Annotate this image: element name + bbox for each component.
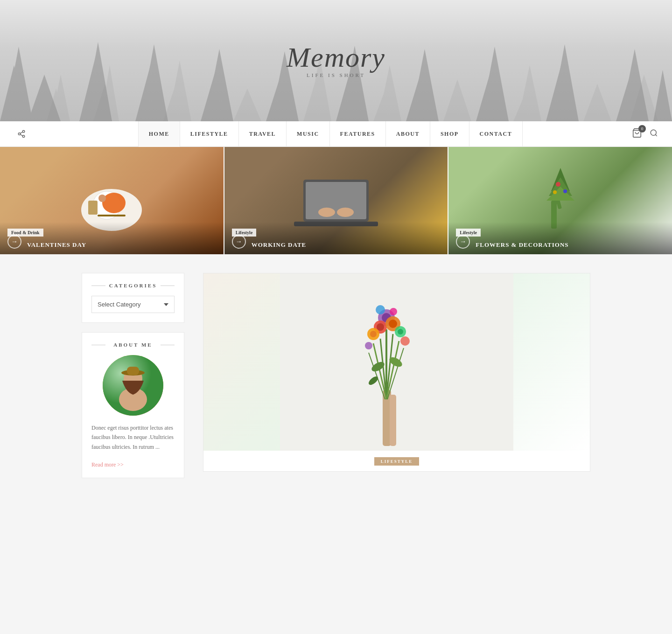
- featured-title-2: WORKING DATE: [252, 241, 307, 249]
- svg-point-93: [377, 323, 384, 331]
- featured-item-2[interactable]: Lifestyle → WORKING DATE: [224, 147, 449, 254]
- hero-section: Memory LIFE IS SHORT: [0, 0, 672, 121]
- svg-marker-34: [551, 44, 579, 121]
- svg-marker-6: [233, 89, 261, 121]
- svg-rect-59: [330, 209, 333, 216]
- navbar: HOME LIFESTYLE TRAVEL MUSIC FEATURES ABO…: [0, 121, 672, 147]
- svg-point-39: [18, 133, 21, 135]
- featured-arrow-2[interactable]: →: [232, 235, 246, 249]
- svg-marker-14: [583, 84, 611, 121]
- nav-link-lifestyle[interactable]: LIFESTYLE: [180, 121, 239, 147]
- svg-point-102: [376, 305, 385, 314]
- share-icon[interactable]: [14, 126, 29, 141]
- svg-line-41: [20, 134, 22, 136]
- nav-link-features[interactable]: FEATURES: [330, 121, 386, 147]
- svg-point-68: [556, 182, 560, 187]
- svg-point-70: [553, 190, 557, 194]
- category-select[interactable]: Select Category Food & Drink Lifestyle T…: [91, 296, 175, 313]
- avatar: [103, 355, 163, 416]
- nav-link-contact[interactable]: CONTACT: [469, 121, 523, 147]
- site-logo: Memory LIFE IS SHORT: [287, 43, 385, 78]
- svg-rect-51: [98, 215, 126, 216]
- navbar-left: [14, 126, 29, 141]
- svg-point-95: [389, 320, 397, 328]
- svg-rect-49: [88, 201, 98, 215]
- svg-point-48: [102, 193, 126, 213]
- featured-title-1: VALENTINES DAY: [27, 241, 86, 249]
- svg-point-97: [370, 331, 377, 337]
- svg-marker-22: [140, 44, 168, 121]
- nav-link-shop[interactable]: SHOP: [430, 121, 469, 147]
- post-category-badge: LIFESTYLE: [203, 451, 590, 471]
- svg-point-44: [651, 130, 656, 135]
- svg-marker-32: [481, 47, 509, 121]
- nav-item-home[interactable]: HOME: [138, 121, 180, 147]
- svg-point-103: [390, 308, 397, 315]
- featured-post: LIFESTYLE: [203, 273, 590, 472]
- featured-title-3: FLOWERS & DECORATIONS: [476, 241, 568, 249]
- svg-line-45: [655, 134, 657, 136]
- nav-item-features[interactable]: FEATURES: [330, 121, 386, 147]
- navbar-right: 0: [632, 128, 658, 140]
- featured-strip: Food & Drink → VALENTINES DAY: [0, 147, 672, 254]
- about-title: ABOUT ME: [91, 342, 175, 348]
- nav-item-shop[interactable]: SHOP: [430, 121, 469, 147]
- nav-link-home[interactable]: HOME: [138, 121, 180, 147]
- svg-rect-62: [349, 210, 352, 216]
- nav-item-contact[interactable]: CONTACT: [469, 121, 523, 147]
- svg-point-38: [22, 131, 25, 133]
- svg-point-101: [365, 342, 372, 349]
- featured-item-1[interactable]: Food & Drink → VALENTINES DAY: [0, 147, 224, 254]
- cart-badge: 0: [638, 125, 646, 132]
- featured-overlay-2: Lifestyle → WORKING DATE: [224, 222, 448, 254]
- featured-arrow-3[interactable]: →: [456, 235, 470, 249]
- svg-rect-58: [326, 209, 329, 216]
- search-icon[interactable]: [650, 129, 658, 139]
- svg-marker-24: [205, 49, 233, 121]
- nav-item-music[interactable]: MUSIC: [287, 121, 330, 147]
- about-widget: ABOUT ME: [82, 332, 184, 478]
- svg-rect-60: [340, 209, 343, 216]
- featured-overlay-1: Food & Drink → VALENTINES DAY: [0, 222, 224, 254]
- categories-widget: CATEGORIES Select Category Food & Drink …: [82, 273, 184, 323]
- svg-marker-11: [443, 79, 471, 121]
- blog-main: LIFESTYLE: [203, 273, 590, 486]
- nav-item-lifestyle[interactable]: LIFESTYLE: [180, 121, 239, 147]
- featured-overlay-3: Lifestyle → FLOWERS & DECORATIONS: [448, 222, 672, 254]
- svg-rect-57: [321, 210, 324, 216]
- svg-rect-53: [306, 182, 366, 219]
- svg-rect-61: [344, 209, 347, 216]
- categories-title: CATEGORIES: [91, 283, 175, 288]
- svg-marker-30: [411, 49, 439, 121]
- svg-rect-76: [127, 367, 139, 375]
- svg-marker-17: [5, 47, 33, 121]
- svg-point-40: [22, 135, 25, 138]
- nav-item-travel[interactable]: TRAVEL: [239, 121, 287, 147]
- svg-rect-79: [390, 395, 396, 446]
- cart-icon[interactable]: 0: [632, 128, 642, 140]
- site-tagline: LIFE IS SHORT: [287, 72, 385, 78]
- sidebar: CATEGORIES Select Category Food & Drink …: [82, 273, 184, 488]
- svg-point-99: [398, 329, 403, 334]
- svg-point-50: [98, 195, 106, 202]
- nav-link-music[interactable]: MUSIC: [287, 121, 330, 147]
- post-image: [203, 273, 590, 451]
- main-content: CATEGORIES Select Category Food & Drink …: [72, 254, 600, 506]
- nav-link-about[interactable]: ABOUT: [386, 121, 430, 147]
- site-name: Memory: [287, 43, 385, 71]
- nav-link-travel[interactable]: TRAVEL: [239, 121, 287, 147]
- post-category-label: LIFESTYLE: [374, 457, 420, 466]
- featured-item-3[interactable]: Lifestyle → FLOWERS & DECORATIONS: [448, 147, 672, 254]
- svg-marker-37: [653, 70, 672, 121]
- svg-point-69: [563, 189, 567, 193]
- read-more-link[interactable]: Read more >>: [91, 461, 124, 468]
- svg-marker-5: [168, 61, 191, 121]
- svg-line-42: [20, 132, 22, 133]
- featured-arrow-1[interactable]: →: [7, 235, 21, 249]
- about-text: Donec eget risus porttitor lectus ates f…: [91, 423, 175, 452]
- nav-item-about[interactable]: ABOUT: [386, 121, 430, 147]
- svg-marker-13: [518, 65, 541, 121]
- nav-menu: HOME LIFESTYLE TRAVEL MUSIC FEATURES ABO…: [138, 121, 523, 147]
- svg-point-100: [400, 336, 410, 346]
